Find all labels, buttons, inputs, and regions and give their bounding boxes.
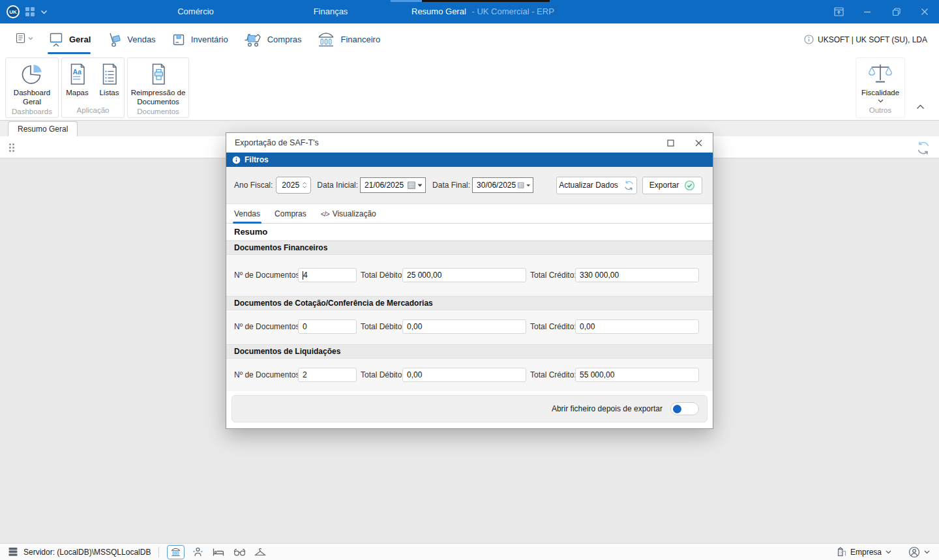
- hanger-icon: [254, 548, 266, 557]
- toggle-knob: [673, 405, 681, 413]
- input-value: 0: [303, 322, 307, 331]
- dialog-tab-compras[interactable]: Compras: [275, 204, 306, 224]
- info-icon: [804, 35, 814, 44]
- chevron-down-icon: [878, 99, 884, 103]
- listas-button[interactable]: Listas: [95, 63, 124, 98]
- reimpressao-documentos-button[interactable]: Reimpressão de Documentos: [129, 63, 188, 106]
- ribbon-tab-compras[interactable]: Compras: [243, 23, 302, 55]
- ano-fiscal-spinner[interactable]: 2025: [276, 177, 311, 194]
- num-documentos-input[interactable]: 2: [298, 368, 357, 382]
- user-icon[interactable]: [908, 546, 920, 558]
- total-debito-label: Total Débito:: [361, 268, 404, 282]
- dialog-tab-visualizacao[interactable]: </> Visualização: [321, 204, 376, 224]
- spin-up-down-icon[interactable]: [302, 180, 307, 190]
- ribbon-body: Dashboard Geral Dashboards Aa Mapas: [0, 55, 939, 121]
- total-debito-input[interactable]: 0,00: [402, 319, 526, 334]
- num-documentos-label: Nº de Documentos:: [234, 319, 302, 334]
- dialog-maximize-button[interactable]: [657, 133, 685, 153]
- collapse-ribbon-button[interactable]: [912, 100, 929, 113]
- total-credito-input[interactable]: 55 000,00: [575, 368, 699, 382]
- num-documentos-label: Nº de Documentos:: [234, 368, 302, 382]
- scales-icon: [867, 63, 894, 86]
- section-header-financeiros: Documentos Financeiros: [226, 241, 713, 255]
- fiscalidade-button[interactable]: Fiscalidade: [856, 63, 904, 103]
- window-title-suffix: - UK Comercial - ERP: [471, 7, 554, 16]
- ribbon-tab-vendas[interactable]: Vendas: [106, 23, 155, 55]
- chevron-down-icon[interactable]: [40, 10, 48, 14]
- button-label: Fiscalidade: [861, 89, 899, 98]
- total-debito-input[interactable]: 25 000,00: [402, 268, 526, 282]
- window-title: Resumo Geral - UK Comercial - ERP: [411, 0, 554, 23]
- bed-module-button[interactable]: [211, 546, 226, 559]
- data-inicial-input[interactable]: 21/06/2025: [360, 177, 426, 193]
- chevron-up-icon: [916, 104, 925, 110]
- dashboard-geral-button[interactable]: Dashboard Geral: [7, 63, 57, 106]
- section-body-liquidacoes: Nº de Documentos: 2 Total Débito: 0,00 T…: [226, 359, 713, 391]
- glasses-icon: [233, 548, 246, 556]
- total-credito-input[interactable]: 0,00: [575, 319, 699, 334]
- account-info[interactable]: UKSOFT | UK SOFT (SU), LDA: [804, 23, 927, 55]
- actualizar-dados-button[interactable]: Actualizar Dados: [556, 177, 637, 194]
- people-module-button[interactable]: [190, 546, 205, 559]
- refresh-page-button[interactable]: [916, 140, 931, 156]
- titlebar: UK Comércio Finanças Resumo Geral - UK C…: [0, 0, 939, 23]
- app-logo-icon[interactable]: UK: [7, 5, 20, 18]
- refresh-icon: [623, 180, 634, 191]
- button-label: Dashboard Geral: [7, 89, 57, 106]
- app-logo-text: UK: [9, 9, 17, 15]
- total-credito-label: Total Crédito:: [530, 368, 576, 382]
- total-debito-label: Total Débito:: [361, 368, 404, 382]
- mapas-button[interactable]: Aa Mapas: [63, 63, 93, 98]
- num-documentos-input[interactable]: 0: [298, 319, 357, 334]
- input-value: 4: [303, 271, 308, 280]
- button-label: Actualizar Dados: [559, 181, 618, 190]
- restore-button[interactable]: [882, 0, 910, 23]
- dropdown-arrow-icon[interactable]: [526, 184, 530, 187]
- hanger-module-button[interactable]: [252, 546, 268, 559]
- tab-label: Vendas: [234, 209, 260, 218]
- ribbon-tab-geral[interactable]: Geral: [48, 23, 91, 55]
- chevron-down-icon[interactable]: [886, 550, 891, 554]
- dropdown-arrow-icon[interactable]: [417, 184, 423, 187]
- ribbon-display-options-button[interactable]: [824, 0, 853, 23]
- total-debito-input[interactable]: 0,00: [402, 368, 526, 382]
- minimize-button[interactable]: [853, 0, 882, 23]
- section-body-financeiros: Nº de Documentos: 4 Total Débito: 25 000…: [226, 255, 713, 296]
- dialog-tabs: Vendas Compras </> Visualização: [226, 204, 713, 224]
- application-menu-button[interactable]: [14, 32, 33, 44]
- titlebar-left: UK: [7, 0, 48, 23]
- dialog-close-button[interactable]: [685, 133, 713, 153]
- window-controls: [824, 0, 939, 23]
- bed-icon: [213, 548, 224, 557]
- data-final-input[interactable]: 30/06/2025: [472, 177, 533, 193]
- chevron-down-icon[interactable]: [924, 550, 930, 554]
- dialog-tab-vendas[interactable]: Vendas: [234, 204, 260, 224]
- open-file-toggle[interactable]: [670, 402, 699, 415]
- apps-grid-icon[interactable]: [25, 7, 35, 16]
- calendar-icon: [408, 181, 415, 189]
- ribbon-tab-inventario[interactable]: Inventário: [171, 23, 228, 55]
- titlebar-tab-comercio[interactable]: Comércio: [177, 0, 214, 23]
- num-documentos-input[interactable]: 4: [298, 268, 357, 282]
- bank-module-button[interactable]: [167, 545, 185, 559]
- filters-bar: Ano Fiscal: 2025 Data Inicial: 21/06/202…: [226, 167, 713, 204]
- num-documentos-label: Nº de Documentos:: [234, 268, 302, 282]
- ribbon-tab-financeiro[interactable]: Financeiro: [316, 23, 380, 55]
- filters-header: Filtros: [226, 153, 713, 167]
- dialog-body: Resumo Documentos Financeiros Nº de Docu…: [226, 224, 713, 428]
- total-credito-input[interactable]: 330 000,00: [575, 268, 699, 282]
- ribbon-group-outros: Fiscalidade Outros: [856, 57, 905, 118]
- ano-fiscal-value: 2025: [282, 181, 299, 190]
- app-window: UK Comércio Finanças Resumo Geral - UK C…: [0, 0, 939, 560]
- document-tab-resumo-geral[interactable]: Resumo Geral: [8, 121, 78, 136]
- drag-handle-icon[interactable]: [9, 143, 14, 152]
- ribbon-tab-label: Geral: [69, 35, 91, 44]
- exportar-button[interactable]: Exportar: [642, 177, 702, 194]
- summary-title: Resumo: [226, 224, 713, 241]
- glasses-module-button[interactable]: [231, 546, 247, 559]
- close-button[interactable]: [910, 0, 939, 23]
- titlebar-tab-financas[interactable]: Finanças: [314, 0, 348, 23]
- company-selector[interactable]: Empresa: [850, 548, 882, 557]
- calendar-icon: [518, 181, 524, 189]
- dialog-footer-area: Abrir ficheiro depois de exportar: [226, 391, 713, 428]
